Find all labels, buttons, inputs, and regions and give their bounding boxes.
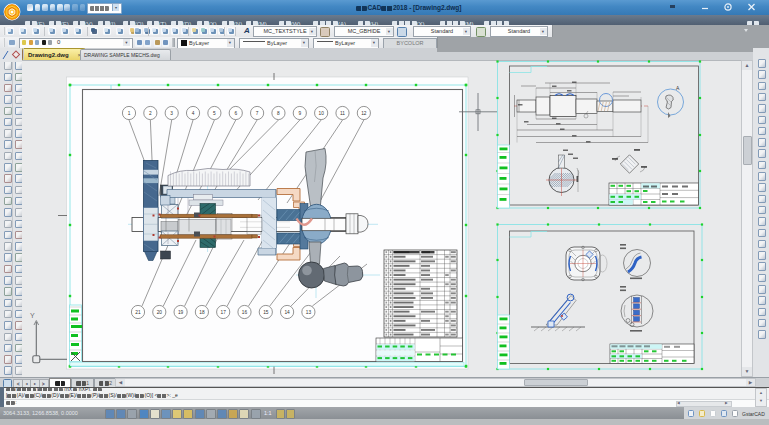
svg-text:18: 18	[199, 310, 205, 315]
svg-text:6: 6	[234, 111, 237, 116]
svg-text:13: 13	[306, 310, 312, 315]
svg-text:2: 2	[149, 111, 152, 116]
svg-text:12: 12	[361, 111, 367, 116]
svg-text:19: 19	[178, 310, 184, 315]
svg-text:A: A	[676, 85, 680, 91]
svg-text:1: 1	[128, 111, 131, 116]
svg-text:9: 9	[298, 111, 301, 116]
svg-text:4: 4	[192, 111, 195, 116]
svg-text:15: 15	[263, 310, 269, 315]
svg-text:7: 7	[256, 111, 259, 116]
svg-text:3: 3	[170, 111, 173, 116]
svg-text:21: 21	[135, 310, 141, 315]
svg-text:10: 10	[318, 111, 324, 116]
svg-text:14: 14	[284, 310, 290, 315]
svg-text:20: 20	[157, 310, 163, 315]
svg-text:5: 5	[213, 111, 216, 116]
svg-text:16: 16	[242, 310, 248, 315]
svg-text:Y: Y	[30, 312, 35, 319]
svg-text:11: 11	[340, 111, 345, 116]
svg-text:17: 17	[221, 310, 227, 315]
svg-text:8: 8	[277, 111, 280, 116]
